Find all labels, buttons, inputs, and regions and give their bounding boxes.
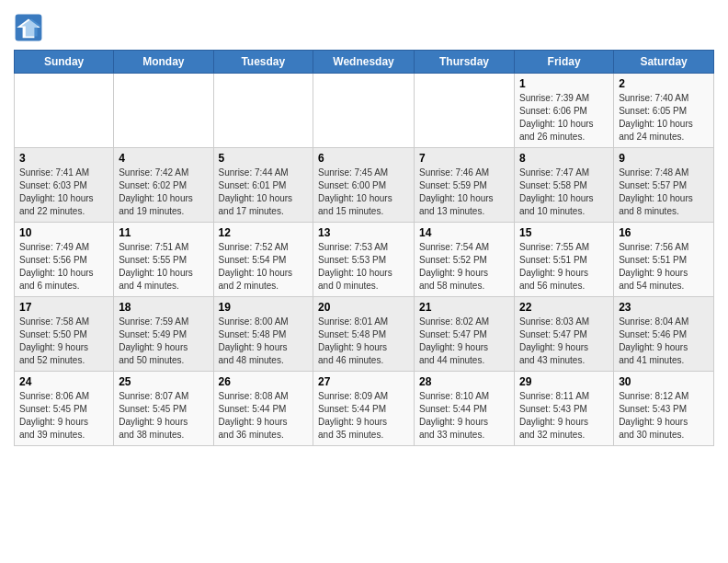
day-info: Sunrise: 7:48 AM Sunset: 5:57 PM Dayligh… [619,167,709,218]
calendar-cell: 27Sunrise: 8:09 AM Sunset: 5:44 PM Dayli… [313,372,415,446]
calendar-week-row: 24Sunrise: 8:06 AM Sunset: 5:45 PM Dayli… [15,372,714,446]
calendar-cell: 7Sunrise: 7:46 AM Sunset: 5:59 PM Daylig… [415,148,515,223]
day-number: 5 [219,152,309,165]
day-info: Sunrise: 7:42 AM Sunset: 6:02 PM Dayligh… [119,167,208,218]
day-number: 9 [619,152,709,165]
day-info: Sunrise: 7:58 AM Sunset: 5:50 PM Dayligh… [19,316,108,367]
calendar-cell: 16Sunrise: 7:56 AM Sunset: 5:51 PM Dayli… [614,223,714,297]
day-number: 1 [519,77,609,90]
day-number: 21 [419,301,509,314]
day-number: 15 [519,226,609,239]
calendar-cell [114,74,213,148]
weekday-header: Monday [114,51,213,74]
day-info: Sunrise: 8:02 AM Sunset: 5:47 PM Dayligh… [419,316,509,367]
day-info: Sunrise: 7:55 AM Sunset: 5:51 PM Dayligh… [519,241,609,293]
weekday-header: Wednesday [313,51,415,74]
calendar-cell [415,74,515,148]
day-info: Sunrise: 8:06 AM Sunset: 5:45 PM Dayligh… [19,390,108,442]
calendar-cell: 15Sunrise: 7:55 AM Sunset: 5:51 PM Dayli… [515,223,614,297]
day-number: 22 [519,301,609,314]
logo-icon [14,13,43,42]
day-info: Sunrise: 7:46 AM Sunset: 5:59 PM Dayligh… [419,167,509,218]
logo [14,13,47,42]
day-info: Sunrise: 8:04 AM Sunset: 5:46 PM Dayligh… [619,316,709,367]
day-info: Sunrise: 7:39 AM Sunset: 6:06 PM Dayligh… [519,92,609,144]
calendar-cell: 1Sunrise: 7:39 AM Sunset: 6:06 PM Daylig… [515,74,614,148]
day-number: 4 [119,152,208,165]
calendar-cell: 12Sunrise: 7:52 AM Sunset: 5:54 PM Dayli… [213,223,313,297]
day-number: 10 [19,226,108,239]
calendar-week-row: 3Sunrise: 7:41 AM Sunset: 6:03 PM Daylig… [15,148,714,223]
day-number: 2 [619,77,709,90]
day-info: Sunrise: 7:52 AM Sunset: 5:54 PM Dayligh… [219,241,309,293]
calendar-week-row: 1Sunrise: 7:39 AM Sunset: 6:06 PM Daylig… [15,74,714,148]
day-info: Sunrise: 8:07 AM Sunset: 5:45 PM Dayligh… [119,390,208,442]
calendar-cell: 10Sunrise: 7:49 AM Sunset: 5:56 PM Dayli… [15,223,114,297]
day-number: 17 [19,301,108,314]
calendar-cell: 13Sunrise: 7:53 AM Sunset: 5:53 PM Dayli… [313,223,415,297]
day-info: Sunrise: 8:08 AM Sunset: 5:44 PM Dayligh… [219,390,309,442]
day-info: Sunrise: 7:45 AM Sunset: 6:00 PM Dayligh… [318,167,409,218]
day-info: Sunrise: 8:11 AM Sunset: 5:43 PM Dayligh… [519,390,609,442]
day-number: 27 [318,375,409,388]
calendar-cell: 18Sunrise: 7:59 AM Sunset: 5:49 PM Dayli… [114,297,213,372]
calendar-cell: 19Sunrise: 8:00 AM Sunset: 5:48 PM Dayli… [213,297,313,372]
calendar-cell: 17Sunrise: 7:58 AM Sunset: 5:50 PM Dayli… [15,297,114,372]
calendar-cell [15,74,114,148]
day-number: 23 [619,301,709,314]
day-info: Sunrise: 7:59 AM Sunset: 5:49 PM Dayligh… [119,316,208,367]
day-number: 14 [419,226,509,239]
calendar-cell: 30Sunrise: 8:12 AM Sunset: 5:43 PM Dayli… [614,372,714,446]
day-number: 3 [19,152,108,165]
calendar-cell: 22Sunrise: 8:03 AM Sunset: 5:47 PM Dayli… [515,297,614,372]
calendar-cell: 25Sunrise: 8:07 AM Sunset: 5:45 PM Dayli… [114,372,213,446]
day-number: 30 [619,375,709,388]
calendar-table: SundayMondayTuesdayWednesdayThursdayFrid… [14,50,714,446]
day-number: 29 [519,375,609,388]
day-number: 16 [619,226,709,239]
weekday-header: Tuesday [213,51,313,74]
day-info: Sunrise: 8:10 AM Sunset: 5:44 PM Dayligh… [419,390,509,442]
calendar-week-row: 10Sunrise: 7:49 AM Sunset: 5:56 PM Dayli… [15,223,714,297]
day-number: 19 [219,301,309,314]
calendar-cell: 9Sunrise: 7:48 AM Sunset: 5:57 PM Daylig… [614,148,714,223]
day-number: 26 [219,375,309,388]
day-info: Sunrise: 7:56 AM Sunset: 5:51 PM Dayligh… [619,241,709,293]
day-number: 12 [219,226,309,239]
day-info: Sunrise: 7:53 AM Sunset: 5:53 PM Dayligh… [318,241,409,293]
calendar-cell: 20Sunrise: 8:01 AM Sunset: 5:48 PM Dayli… [313,297,415,372]
weekday-header: Thursday [415,51,515,74]
day-number: 11 [119,226,208,239]
day-number: 20 [318,301,409,314]
day-number: 24 [19,375,108,388]
calendar-cell: 28Sunrise: 8:10 AM Sunset: 5:44 PM Dayli… [415,372,515,446]
day-info: Sunrise: 7:44 AM Sunset: 6:01 PM Dayligh… [219,167,309,218]
day-number: 8 [519,152,609,165]
calendar-week-row: 17Sunrise: 7:58 AM Sunset: 5:50 PM Dayli… [15,297,714,372]
day-number: 28 [419,375,509,388]
day-info: Sunrise: 8:09 AM Sunset: 5:44 PM Dayligh… [318,390,409,442]
calendar-cell [313,74,415,148]
day-info: Sunrise: 7:41 AM Sunset: 6:03 PM Dayligh… [19,167,108,218]
calendar-cell: 2Sunrise: 7:40 AM Sunset: 6:05 PM Daylig… [614,74,714,148]
calendar-cell: 4Sunrise: 7:42 AM Sunset: 6:02 PM Daylig… [114,148,213,223]
day-info: Sunrise: 7:47 AM Sunset: 5:58 PM Dayligh… [519,167,609,218]
calendar-cell: 6Sunrise: 7:45 AM Sunset: 6:00 PM Daylig… [313,148,415,223]
calendar-cell: 14Sunrise: 7:54 AM Sunset: 5:52 PM Dayli… [415,223,515,297]
calendar-cell: 29Sunrise: 8:11 AM Sunset: 5:43 PM Dayli… [515,372,614,446]
day-number: 7 [419,152,509,165]
weekday-header-row: SundayMondayTuesdayWednesdayThursdayFrid… [15,51,714,74]
page-header [14,9,714,42]
day-info: Sunrise: 8:12 AM Sunset: 5:43 PM Dayligh… [619,390,709,442]
calendar-cell: 5Sunrise: 7:44 AM Sunset: 6:01 PM Daylig… [213,148,313,223]
day-info: Sunrise: 7:40 AM Sunset: 6:05 PM Dayligh… [619,92,709,144]
calendar-cell: 23Sunrise: 8:04 AM Sunset: 5:46 PM Dayli… [614,297,714,372]
day-info: Sunrise: 7:54 AM Sunset: 5:52 PM Dayligh… [419,241,509,293]
weekday-header: Friday [515,51,614,74]
weekday-header: Sunday [15,51,114,74]
day-info: Sunrise: 8:00 AM Sunset: 5:48 PM Dayligh… [219,316,309,367]
day-number: 25 [119,375,208,388]
calendar-cell: 3Sunrise: 7:41 AM Sunset: 6:03 PM Daylig… [15,148,114,223]
day-number: 6 [318,152,409,165]
calendar-cell [213,74,313,148]
